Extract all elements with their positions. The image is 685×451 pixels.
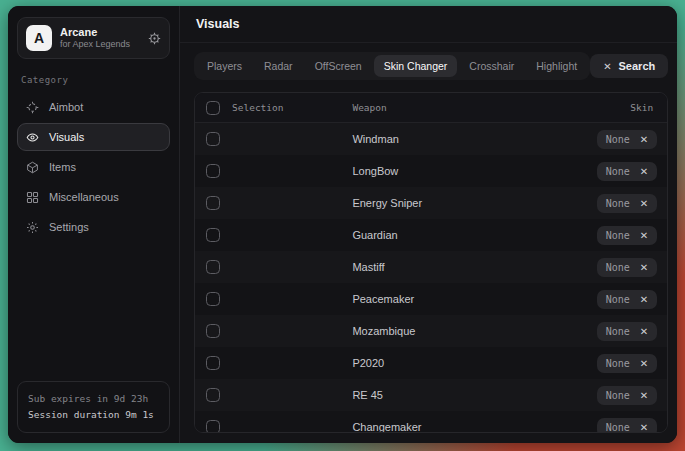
skin-select[interactable]: None ✕	[597, 354, 657, 373]
clear-skin-icon[interactable]: ✕	[640, 294, 648, 305]
skin-select-value: None	[606, 326, 630, 337]
skin-column-header: Skin	[510, 102, 667, 113]
session-card: Sub expires in 9d 23h Session duration 9…	[17, 381, 170, 433]
weapon-name: Mastiff	[352, 261, 509, 273]
weapon-name: Guardian	[352, 229, 509, 241]
clear-skin-icon[interactable]: ✕	[640, 262, 648, 273]
table-row: Guardian None ✕	[195, 219, 667, 251]
row-checkbox[interactable]	[206, 132, 220, 146]
sidebar-item-visuals[interactable]: Visuals	[17, 123, 170, 151]
page-title: Visuals	[196, 17, 240, 31]
skin-select-value: None	[606, 166, 630, 177]
clear-skin-icon[interactable]: ✕	[640, 326, 648, 337]
weapon-name: LongBow	[352, 165, 509, 177]
weapon-name: RE 45	[352, 389, 509, 401]
sub-expires-text: Sub expires in 9d 23h	[28, 391, 159, 407]
tab-bar: PlayersRadarOffScreenSkin ChangerCrossha…	[194, 52, 590, 80]
row-checkbox[interactable]	[206, 260, 220, 274]
weapon-name: Energy Sniper	[352, 197, 509, 209]
weapon-name: P2020	[352, 357, 509, 369]
crosshair-icon	[26, 101, 40, 114]
sidebar-item-aimbot[interactable]: Aimbot	[17, 93, 170, 121]
gear-icon	[26, 221, 40, 234]
skin-select-value: None	[606, 422, 630, 433]
table-row: Peacemaker None ✕	[195, 283, 667, 315]
row-checkbox[interactable]	[206, 324, 220, 338]
table-row: P2020 None ✕	[195, 347, 667, 379]
sidebar-item-miscellaneous[interactable]: Miscellaneous	[17, 183, 170, 211]
tab-offscreen[interactable]: OffScreen	[305, 55, 372, 77]
table-row: RE 45 None ✕	[195, 379, 667, 411]
skin-select-value: None	[606, 198, 630, 209]
skin-select[interactable]: None ✕	[597, 386, 657, 405]
clear-skin-icon[interactable]: ✕	[640, 230, 648, 241]
clear-skin-icon[interactable]: ✕	[640, 422, 648, 433]
skin-select[interactable]: None ✕	[597, 258, 657, 277]
skin-select-value: None	[606, 262, 630, 273]
weapon-column-header: Weapon	[352, 102, 509, 113]
table-row: Energy Sniper None ✕	[195, 187, 667, 219]
sidebar: A Arcane for Apex Legends Category Aimbo…	[8, 6, 180, 443]
skin-select[interactable]: None ✕	[597, 130, 657, 149]
skin-select[interactable]: None ✕	[597, 322, 657, 341]
x-icon: ✕	[603, 61, 611, 72]
search-button-label: Search	[619, 60, 656, 72]
tab-crosshair[interactable]: Crosshair	[459, 55, 524, 77]
row-checkbox[interactable]	[206, 356, 220, 370]
main-panel: Visuals PlayersRadarOffScreenSkin Change…	[180, 6, 677, 443]
row-checkbox[interactable]	[206, 292, 220, 306]
app-name: Arcane	[60, 26, 140, 40]
tab-players[interactable]: Players	[197, 55, 252, 77]
tab-skin-changer[interactable]: Skin Changer	[374, 55, 458, 77]
row-checkbox[interactable]	[206, 196, 220, 210]
skin-select-value: None	[606, 230, 630, 241]
table-row: Mastiff None ✕	[195, 251, 667, 283]
app-subtitle: for Apex Legends	[60, 39, 140, 50]
gear-icon[interactable]	[148, 32, 161, 45]
row-checkbox[interactable]	[206, 228, 220, 242]
toolbar: PlayersRadarOffScreenSkin ChangerCrossha…	[180, 43, 677, 80]
table-body: Windman None ✕ LongBow None	[195, 123, 667, 433]
clear-skin-icon[interactable]: ✕	[640, 198, 648, 209]
skin-select[interactable]: None ✕	[597, 290, 657, 309]
clear-skin-icon[interactable]: ✕	[640, 358, 648, 369]
skin-select[interactable]: None ✕	[597, 194, 657, 213]
clear-skin-icon[interactable]: ✕	[640, 134, 648, 145]
app-window: A Arcane for Apex Legends Category Aimbo…	[8, 6, 677, 443]
skin-select[interactable]: None ✕	[597, 418, 657, 434]
skin-select-value: None	[606, 134, 630, 145]
sidebar-item-items[interactable]: Items	[17, 153, 170, 181]
clear-skin-icon[interactable]: ✕	[640, 390, 648, 401]
table-row: LongBow None ✕	[195, 155, 667, 187]
sidebar-item-settings[interactable]: Settings	[17, 213, 170, 241]
tab-radar[interactable]: Radar	[254, 55, 303, 77]
skin-select-value: None	[606, 358, 630, 369]
row-checkbox[interactable]	[206, 164, 220, 178]
weapon-name: Peacemaker	[352, 293, 509, 305]
select-all-checkbox[interactable]	[206, 101, 220, 115]
eye-icon	[26, 131, 40, 144]
brand-card: A Arcane for Apex Legends	[17, 17, 170, 59]
table-row: Changemaker None ✕	[195, 411, 667, 433]
session-duration-text: Session duration 9m 1s	[28, 407, 159, 423]
clear-skin-icon[interactable]: ✕	[640, 166, 648, 177]
skin-select-value: None	[606, 390, 630, 401]
category-label: Category	[21, 75, 170, 85]
app-logo: A	[26, 25, 52, 51]
sidebar-nav: Aimbot Visuals Items Miscellaneous Setti…	[17, 93, 170, 241]
main-header: Visuals	[180, 6, 677, 43]
row-checkbox[interactable]	[206, 388, 220, 402]
tab-highlight[interactable]: Highlight	[526, 55, 587, 77]
table-header-row: Selection Weapon Skin	[195, 93, 667, 123]
table-row: Mozambique None ✕	[195, 315, 667, 347]
row-checkbox[interactable]	[206, 420, 220, 433]
skin-select[interactable]: None ✕	[597, 162, 657, 181]
weapon-name: Mozambique	[352, 325, 509, 337]
skin-select-value: None	[606, 294, 630, 305]
grid-icon	[26, 191, 40, 204]
skin-select[interactable]: None ✕	[597, 226, 657, 245]
weapon-name: Windman	[352, 133, 509, 145]
search-button[interactable]: ✕ Search	[590, 54, 668, 78]
table-row: Windman None ✕	[195, 123, 667, 155]
weapon-name: Changemaker	[352, 421, 509, 433]
